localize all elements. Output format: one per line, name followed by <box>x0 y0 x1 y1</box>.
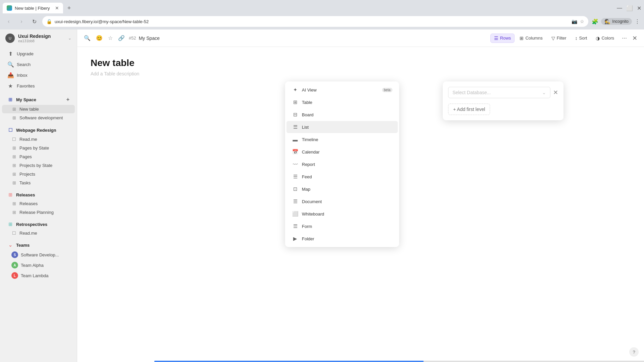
releases-item-icon: ⊞ <box>11 201 17 206</box>
webpage-redesign-header[interactable]: ☐ Webpage Redesign <box>2 125 75 135</box>
sidebar-item-software-develop[interactable]: S Software Develop... <box>2 250 75 260</box>
retrospectives-header[interactable]: ⊞ Retrospectives <box>2 220 75 229</box>
readme-wp-icon: ☐ <box>11 137 17 142</box>
database-select[interactable]: Select Database... ⌄ <box>448 87 550 98</box>
sidebar-item-tasks[interactable]: ⊞ Tasks <box>2 179 75 187</box>
breadcrumb: My Space <box>139 36 160 41</box>
release-planning-label: Release Planning <box>19 210 69 215</box>
webpage-redesign-section: ☐ Webpage Redesign ☐ Read.me ⊞ Pages by … <box>0 124 77 189</box>
refresh-button[interactable]: ↻ <box>30 17 39 26</box>
dropdown-item-timeline[interactable]: ▬ Timeline <box>286 133 398 145</box>
releases-header[interactable]: ⊞ Releases <box>2 190 75 199</box>
dropdown-item-folder[interactable]: ▶ Folder <box>286 233 398 245</box>
toolbar-link-icon[interactable]: 🔗 <box>117 34 126 43</box>
sidebar-item-projects-by-state[interactable]: ⊞ Projects by State <box>2 161 75 170</box>
page-description[interactable]: Add a Table description <box>91 71 631 76</box>
dropdown-item-form[interactable]: ☰ Form <box>286 220 398 232</box>
columns-button[interactable]: ⊞ Columns <box>516 34 546 43</box>
sidebar-item-releases[interactable]: ⊞ Releases <box>2 199 75 208</box>
dropdown-item-report[interactable]: 〰 Report <box>286 158 398 170</box>
my-space-add-button[interactable]: + <box>66 97 69 103</box>
sidebar-item-pages-by-state[interactable]: ⊞ Pages by State <box>2 144 75 152</box>
sidebar-item-new-table[interactable]: ⊞ New table <box>2 105 75 113</box>
sidebar-item-favorites[interactable]: ★ Favorites <box>2 81 75 91</box>
teams-header[interactable]: ⌄ Teams <box>2 241 75 249</box>
sort-button[interactable]: ↕ Sort <box>572 34 591 43</box>
projects-by-state-label: Projects by State <box>19 163 69 168</box>
releases-label: Releases <box>16 192 35 197</box>
sidebar-item-upgrade[interactable]: ⬆ Upgrade <box>2 49 75 59</box>
list-icon: ☰ <box>292 124 299 130</box>
software-develop-avatar: S <box>11 251 18 258</box>
toolbar-emoji-icon[interactable]: 😊 <box>95 34 104 43</box>
releases-icon: ⊞ <box>7 192 13 197</box>
ai-view-label: AI View <box>302 87 379 93</box>
dropdown-item-list[interactable]: ☰ List <box>286 121 398 133</box>
workspace-chevron-icon[interactable]: ⌄ <box>68 36 71 41</box>
software-develop-label: Software Develop... <box>21 252 59 257</box>
breadcrumb-space[interactable]: My Space <box>139 36 160 41</box>
sidebar-item-inbox[interactable]: 📥 Inbox <box>2 70 75 80</box>
sidebar-item-search[interactable]: 🔍 Search <box>2 59 75 70</box>
camera-icon[interactable]: 📷 <box>572 19 577 24</box>
workspace-header[interactable]: U Uxui Redesign ea131bb8 ⌄ <box>0 29 77 47</box>
main-content: 🔍 😊 ☆ 🔗 #52 My Space ☰ Rows ⊞ Columns <box>77 29 644 362</box>
sidebar-item-pages[interactable]: ⊞ Pages <box>2 153 75 161</box>
toolbar-close-button[interactable]: ✕ <box>631 33 639 43</box>
pages-by-state-label: Pages by State <box>19 145 69 150</box>
tasks-icon: ⊞ <box>11 180 17 185</box>
help-label: ? <box>633 350 635 355</box>
colors-button[interactable]: ◑ Colors <box>592 34 618 43</box>
my-space-header[interactable]: ⊞ My Space + <box>2 95 75 105</box>
sidebar-item-readme-wp[interactable]: ☐ Read.me <box>2 135 75 143</box>
sidebar-item-readme-retro[interactable]: ☐ Read.me <box>2 229 75 237</box>
calendar-icon: 📅 <box>292 148 299 155</box>
dropdown-item-feed[interactable]: ☰ Feed <box>286 171 398 183</box>
dropdown-item-table[interactable]: ⊞ Table <box>286 96 398 108</box>
star-icon[interactable]: ☆ <box>580 19 584 24</box>
select-db-header: Select Database... ⌄ ✕ <box>448 87 558 98</box>
dropdown-item-map[interactable]: ⊡ Map <box>286 183 398 195</box>
projects-by-state-icon: ⊞ <box>11 163 17 168</box>
document-label: Document <box>302 199 392 204</box>
toolbar-more-button[interactable]: ··· <box>619 33 630 43</box>
sidebar-item-software-dev[interactable]: ⊞ Software development <box>2 114 75 122</box>
address-bar[interactable]: 🔒 uxui-redesign.fibery.io/@my-space/New-… <box>42 16 588 27</box>
dropdown-item-calendar[interactable]: 📅 Calendar <box>286 146 398 158</box>
select-db-close-button[interactable]: ✕ <box>553 89 558 96</box>
maximize-button[interactable]: ⬜ <box>626 5 633 11</box>
toolbar-star-icon[interactable]: ☆ <box>107 34 114 43</box>
workspace-avatar: U <box>5 34 15 43</box>
retrospectives-label: Retrospectives <box>16 222 47 227</box>
table-icon: ⊞ <box>292 99 299 106</box>
minimize-button[interactable]: — <box>617 5 622 11</box>
forward-button[interactable]: › <box>17 17 26 26</box>
back-button[interactable]: ‹ <box>4 17 13 26</box>
active-tab[interactable]: New table | Fibery ✕ <box>3 3 63 13</box>
close-window-button[interactable]: ✕ <box>637 5 641 11</box>
dropdown-item-document[interactable]: ☰ Document <box>286 195 398 207</box>
menu-icon[interactable]: ⋮ <box>635 18 640 25</box>
new-tab-button[interactable]: + <box>64 3 74 13</box>
rows-label: Rows <box>500 36 511 41</box>
calendar-label: Calendar <box>302 149 392 155</box>
form-icon: ☰ <box>292 223 299 230</box>
help-button[interactable]: ? <box>629 347 639 357</box>
sidebar-item-projects[interactable]: ⊞ Projects <box>2 170 75 178</box>
dropdown-item-board[interactable]: ⊟ Board <box>286 109 398 121</box>
toolbar-search-icon[interactable]: 🔍 <box>83 34 92 43</box>
retrospectives-icon: ⊞ <box>7 222 13 227</box>
extensions-icon[interactable]: 🧩 <box>592 18 598 25</box>
board-icon: ⊟ <box>292 111 299 118</box>
toolbar-icons: 🔍 😊 ☆ 🔗 #52 <box>83 34 136 43</box>
rows-button[interactable]: ☰ Rows <box>490 34 515 43</box>
sidebar-item-team-alpha[interactable]: A Team Alpha <box>2 260 75 270</box>
dropdown-item-whiteboard[interactable]: ⬜ Whiteboard <box>286 208 398 220</box>
sidebar-item-team-lambda[interactable]: L Team Lambda <box>2 270 75 281</box>
dropdown-item-ai-view[interactable]: ✦ AI View beta <box>286 84 398 96</box>
sidebar-item-release-planning[interactable]: ⊞ Release Planning <box>2 208 75 217</box>
add-first-level-button[interactable]: + Add first level <box>448 104 490 115</box>
progress-bar-container <box>154 361 644 362</box>
filter-button[interactable]: ▽ Filter <box>548 34 570 43</box>
tab-close-button[interactable]: ✕ <box>55 5 59 11</box>
